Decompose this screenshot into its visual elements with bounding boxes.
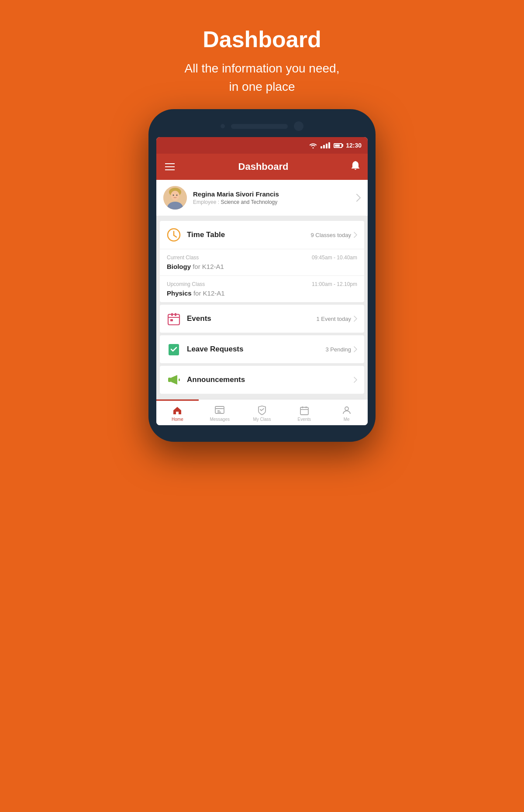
app-bar: Dashboard <box>156 154 368 180</box>
clock-icon <box>167 228 181 242</box>
events-icon <box>167 312 181 326</box>
svg-rect-15 <box>168 378 171 382</box>
phone-dot-left <box>221 124 225 128</box>
announcements-icon <box>167 373 181 387</box>
phone-top <box>156 117 368 137</box>
leave-header-right: 3 Pending <box>325 346 357 353</box>
nav-item-events[interactable]: Events <box>283 399 325 425</box>
hamburger-line-2 <box>165 166 175 167</box>
nav-events-icon <box>299 405 310 416</box>
upcoming-class-label: Upcoming Class <box>167 281 205 287</box>
leave-header: Leave Requests 3 Pending <box>160 335 364 363</box>
myclass-icon <box>257 405 267 416</box>
phone-bottom <box>156 425 368 434</box>
status-bar: 12:30 <box>156 137 368 154</box>
leave-header-left: Leave Requests <box>167 342 243 356</box>
leave-chevron-icon <box>354 346 357 352</box>
wifi-icon <box>309 142 317 148</box>
page-title: Dashboard <box>185 26 340 52</box>
nav-label-myclass: My Class <box>253 417 271 422</box>
svg-rect-22 <box>300 407 308 415</box>
nav-label-events: Events <box>298 417 311 422</box>
nav-label-home: Home <box>172 417 183 422</box>
timetable-header-left: Time Table <box>167 228 225 242</box>
svg-point-2 <box>171 191 179 200</box>
nav-item-myclass[interactable]: My Class <box>241 399 283 425</box>
battery-icon <box>334 143 342 148</box>
avatar <box>163 186 187 210</box>
bell-icon <box>350 160 361 172</box>
upcoming-class-time: 11:00am - 12.10pm <box>312 281 357 287</box>
announcements-header: Announcements <box>160 366 364 394</box>
events-header: Events 1 Event today <box>160 305 364 333</box>
profile-role: Employee : Science and Technology <box>193 199 279 205</box>
current-class-name: Biology for K12-A1 <box>167 263 357 270</box>
me-icon <box>341 405 352 416</box>
svg-rect-17 <box>179 378 180 381</box>
svg-rect-13 <box>170 319 173 321</box>
svg-line-8 <box>174 235 176 237</box>
hamburger-button[interactable] <box>163 162 176 172</box>
status-time: 12:30 <box>346 142 362 149</box>
profile-chevron-icon <box>356 194 361 202</box>
home-icon <box>172 405 183 416</box>
phone-screen: 12:30 Dashboard <box>156 137 368 425</box>
timetable-chevron-icon <box>354 232 357 238</box>
events-header-right: 1 Event today <box>317 316 358 322</box>
leave-title: Leave Requests <box>187 345 243 354</box>
svg-rect-9 <box>168 314 179 325</box>
timetable-header: Time Table 9 Classes today <box>160 221 364 249</box>
svg-point-5 <box>176 195 178 196</box>
events-header-left: Events <box>167 312 211 326</box>
svg-point-4 <box>173 195 174 196</box>
content-area: Time Table 9 Classes today Current Class… <box>156 216 368 399</box>
events-card[interactable]: Events 1 Event today <box>160 305 364 333</box>
nav-item-home[interactable]: Home <box>156 399 199 425</box>
announcements-title: Announcements <box>187 375 245 384</box>
current-class-header: Current Class 09:45am - 10.40am <box>167 255 357 261</box>
events-subtitle: 1 Event today <box>317 316 352 322</box>
phone-speaker <box>231 124 288 129</box>
notification-button[interactable] <box>350 160 361 173</box>
current-class-label: Current Class <box>167 255 199 261</box>
nav-item-me[interactable]: Me <box>325 399 368 425</box>
page-header: Dashboard All the information you need, … <box>185 0 340 109</box>
current-class-item: Current Class 09:45am - 10.40am Biology … <box>160 249 364 275</box>
announcements-header-left: Announcements <box>167 373 245 387</box>
current-class-time: 09:45am - 10.40am <box>312 255 357 261</box>
events-title: Events <box>187 314 211 323</box>
profile-section[interactable]: Regina Maria Sivori Francis Employee : S… <box>156 180 368 216</box>
announcements-header-right <box>354 377 357 383</box>
profile-info: Regina Maria Sivori Francis Employee : S… <box>193 190 279 205</box>
app-bar-title: Dashboard <box>238 161 289 172</box>
messages-icon <box>214 405 225 416</box>
signal-icon <box>321 142 330 148</box>
svg-marker-16 <box>171 375 177 385</box>
svg-rect-12 <box>175 313 176 316</box>
nav-item-messages[interactable]: Messages <box>199 399 241 425</box>
upcoming-class-header: Upcoming Class 11:00am - 12.10pm <box>167 281 357 287</box>
phone-camera <box>294 121 303 131</box>
announcements-chevron-icon <box>354 377 357 383</box>
profile-name: Regina Maria Sivori Francis <box>193 190 279 198</box>
profile-left: Regina Maria Sivori Francis Employee : S… <box>163 186 279 210</box>
nav-label-me: Me <box>344 417 350 422</box>
phone-device: 12:30 Dashboard <box>148 109 376 442</box>
timetable-header-right: 9 Classes today <box>311 232 358 238</box>
page-subtitle: All the information you need, in one pla… <box>185 59 340 96</box>
nav-label-messages: Messages <box>210 417 230 422</box>
announcements-card[interactable]: Announcements <box>160 366 364 394</box>
leave-icon <box>167 342 181 356</box>
leave-subtitle: 3 Pending <box>325 346 351 353</box>
svg-rect-11 <box>171 313 173 316</box>
timetable-card[interactable]: Time Table 9 Classes today Current Class… <box>160 221 364 302</box>
timetable-title: Time Table <box>187 231 225 239</box>
leave-card[interactable]: Leave Requests 3 Pending <box>160 335 364 363</box>
events-chevron-icon <box>354 316 357 322</box>
svg-point-26 <box>345 407 348 410</box>
hamburger-line-1 <box>165 163 175 164</box>
upcoming-class-item: Upcoming Class 11:00am - 12.10pm Physics… <box>160 275 364 302</box>
bottom-nav: Home Messages My Class <box>156 399 368 425</box>
upcoming-class-name: Physics for K12-A1 <box>167 289 357 297</box>
timetable-subtitle: 9 Classes today <box>311 232 352 238</box>
